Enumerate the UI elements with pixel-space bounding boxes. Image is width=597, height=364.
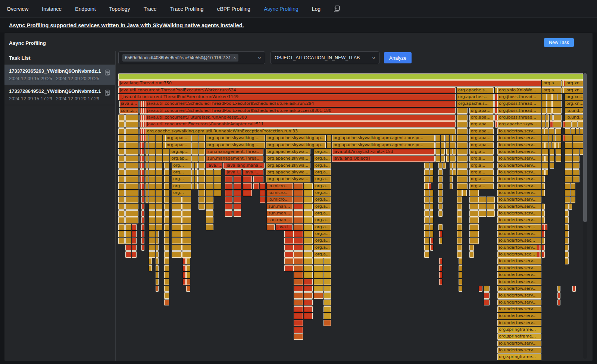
flame-cell[interactable]: org.apac... xyxy=(165,135,191,141)
flame-cell[interactable] xyxy=(294,245,303,251)
flame-cell[interactable]: io.undertow.serv... xyxy=(497,183,541,189)
flame-cell[interactable] xyxy=(141,245,144,251)
flame-cell[interactable] xyxy=(457,121,468,128)
flame-cell[interactable] xyxy=(304,306,313,313)
flame-cell[interactable]: io.undertow.serv... xyxy=(497,190,541,196)
flame-cell[interactable] xyxy=(243,176,252,182)
flame-cell[interactable]: java.util.concurrent.ScheduledThreadPool… xyxy=(146,101,456,107)
flame-cell[interactable] xyxy=(199,176,205,182)
flame-cell[interactable] xyxy=(199,156,205,162)
flame-cell[interactable] xyxy=(424,231,429,237)
flame-cell[interactable] xyxy=(164,238,169,244)
flame-cell[interactable]: org.apache.skyw... xyxy=(497,121,541,128)
flame-cell[interactable] xyxy=(260,197,265,203)
flame-cell[interactable]: io.undertow.serv... xyxy=(497,292,541,299)
flame-cell[interactable] xyxy=(453,163,456,169)
nav-tab-topology[interactable]: Topology xyxy=(109,6,130,12)
flame-cell[interactable] xyxy=(172,224,181,230)
flame-cell[interactable] xyxy=(573,149,579,155)
flame-cell[interactable] xyxy=(225,210,232,217)
flame-cell[interactable] xyxy=(557,292,560,299)
flame-cell[interactable] xyxy=(557,286,560,292)
flame-cell[interactable] xyxy=(294,292,303,299)
flame-cell[interactable] xyxy=(141,176,144,182)
flame-cell[interactable]: sun.man... xyxy=(267,217,293,223)
flame-cell[interactable] xyxy=(149,135,156,141)
flame-cell[interactable]: io.undertow.serv... xyxy=(497,142,541,148)
flame-cell[interactable] xyxy=(284,258,294,264)
flame-cell[interactable] xyxy=(304,210,313,217)
flame-cell[interactable] xyxy=(149,245,156,251)
flame-cell[interactable] xyxy=(253,176,264,182)
flame-cell[interactable] xyxy=(260,183,265,189)
flame-cell[interactable] xyxy=(457,156,468,162)
flame-cell[interactable] xyxy=(459,258,462,264)
flame-cell[interactable] xyxy=(304,272,313,278)
flame-cell[interactable] xyxy=(565,210,569,217)
flame-cell[interactable] xyxy=(141,210,144,217)
flame-cell[interactable] xyxy=(542,156,545,162)
flame-cell[interactable]: java.l... xyxy=(243,169,263,176)
flame-cell[interactable] xyxy=(164,245,169,251)
flame-cell[interactable]: org.springframe... xyxy=(497,333,541,340)
flame-cell[interactable] xyxy=(557,299,560,306)
flame-cell[interactable] xyxy=(446,149,449,155)
flame-cell[interactable]: io.undertow.serv... xyxy=(497,347,541,354)
flame-cell[interactable] xyxy=(294,306,303,313)
flame-cell[interactable]: java.util.ArrayList.<init>:153 xyxy=(332,149,435,155)
flame-cell[interactable] xyxy=(118,128,125,135)
flame-cell[interactable] xyxy=(469,251,474,258)
flame-cell[interactable] xyxy=(156,286,159,292)
scrollbar-thumb[interactable] xyxy=(583,73,587,222)
flame-cell[interactable] xyxy=(156,135,162,141)
flame-cell[interactable] xyxy=(214,183,221,189)
flame-cell[interactable] xyxy=(438,190,443,196)
flame-cell[interactable] xyxy=(457,204,462,210)
flame-cell[interactable] xyxy=(424,251,429,258)
flame-cell[interactable] xyxy=(199,163,205,169)
flame-cell[interactable]: org.xnio.XnioWo... xyxy=(497,87,541,94)
flame-cell[interactable] xyxy=(172,251,181,258)
flame-cell[interactable] xyxy=(186,265,190,272)
flame-cell[interactable] xyxy=(125,251,131,258)
flame-cell[interactable] xyxy=(182,245,191,251)
flame-cell[interactable]: sun.man... xyxy=(267,210,293,217)
flame-cell[interactable] xyxy=(191,163,194,169)
flame-cell[interactable]: org.a... xyxy=(314,231,331,237)
flame-cell[interactable] xyxy=(125,190,138,196)
flame-cell[interactable]: io.undertow.serv... xyxy=(497,272,541,278)
flame-cell[interactable] xyxy=(125,217,138,223)
nav-tab-ebpf-profiling[interactable]: eBPF Profiling xyxy=(217,6,250,12)
flame-cell[interactable] xyxy=(565,217,569,223)
flame-cell[interactable] xyxy=(542,149,548,155)
flame-cell[interactable] xyxy=(542,231,545,237)
flame-cell[interactable] xyxy=(469,245,474,251)
flame-cell[interactable] xyxy=(294,204,303,210)
flame-cell[interactable]: io.undertow.serv... xyxy=(497,169,541,176)
flame-cell[interactable] xyxy=(125,135,138,141)
flame-cell[interactable] xyxy=(479,210,486,217)
flame-cell[interactable] xyxy=(118,121,125,128)
flame-cell[interactable] xyxy=(544,224,547,230)
flame-cell[interactable]: io.undertow.serv... xyxy=(497,313,541,319)
nav-tab-overview[interactable]: Overview xyxy=(7,6,28,12)
flame-cell[interactable] xyxy=(260,190,265,196)
flame-cell[interactable] xyxy=(182,197,191,203)
flame-cell[interactable] xyxy=(457,163,468,169)
flame-cell[interactable] xyxy=(323,272,331,278)
flame-cell[interactable] xyxy=(164,176,169,182)
flame-cell[interactable] xyxy=(164,258,169,264)
flame-cell[interactable] xyxy=(243,183,252,189)
flame-cell[interactable] xyxy=(304,279,313,285)
flame-cell[interactable] xyxy=(182,231,191,237)
flame-cell[interactable] xyxy=(553,121,562,128)
flame-cell[interactable] xyxy=(199,183,205,189)
flame-cell[interactable] xyxy=(424,217,429,223)
flame-cell[interactable] xyxy=(327,135,332,141)
flame-cell[interactable]: org.a... xyxy=(469,183,494,189)
flame-cell[interactable] xyxy=(542,183,545,189)
flame-cell[interactable] xyxy=(149,176,156,182)
flame-cell[interactable] xyxy=(234,197,241,203)
flame-cell[interactable]: org.a... xyxy=(314,224,331,230)
flame-cell[interactable] xyxy=(125,176,138,182)
